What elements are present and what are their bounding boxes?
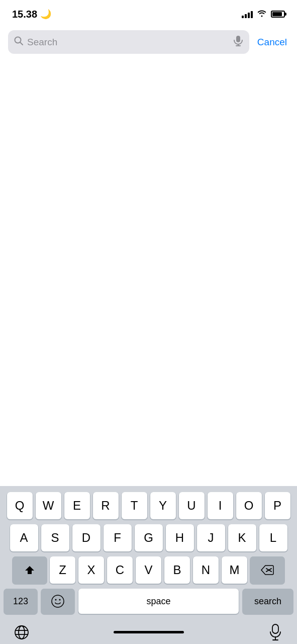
key-d[interactable]: D [72, 524, 101, 551]
key-space[interactable]: space [78, 589, 239, 614]
cancel-button[interactable]: Cancel [255, 37, 289, 48]
key-g[interactable]: G [135, 524, 163, 551]
key-y[interactable]: Y [150, 492, 176, 519]
key-c[interactable]: C [107, 556, 133, 584]
svg-point-10 [15, 626, 28, 639]
content-area [0, 58, 297, 427]
key-m[interactable]: M [222, 556, 247, 584]
key-h[interactable]: H [166, 524, 194, 551]
moon-icon: 🌙 [40, 9, 51, 20]
keyboard-row-2: A S D F G H J K L [2, 524, 295, 551]
key-u[interactable]: U [179, 492, 205, 519]
key-b[interactable]: B [164, 556, 190, 584]
key-n[interactable]: N [193, 556, 219, 584]
key-z[interactable]: Z [50, 556, 75, 584]
mic-icon-search[interactable] [233, 35, 243, 49]
home-indicator [114, 631, 184, 633]
key-w[interactable]: W [36, 492, 61, 519]
key-v[interactable]: V [136, 556, 161, 584]
search-input-wrapper[interactable] [8, 30, 249, 54]
keyboard-mic-icon[interactable] [264, 621, 287, 644]
key-emoji[interactable] [41, 589, 74, 614]
key-numbers[interactable]: 123 [4, 589, 37, 614]
svg-point-9 [59, 599, 61, 601]
time-display: 15.38 [12, 9, 37, 20]
keyboard-row-1: Q W E R T Y U I O P [2, 492, 295, 519]
key-i[interactable]: I [208, 492, 233, 519]
svg-point-8 [55, 599, 57, 601]
keyboard-row-3: Z X C V B N M [2, 556, 295, 584]
svg-rect-2 [236, 36, 240, 42]
key-o[interactable]: O [236, 492, 262, 519]
svg-point-7 [52, 595, 64, 607]
battery-icon [271, 11, 285, 18]
search-bar-container: Cancel [0, 26, 297, 58]
key-search-action[interactable]: search [243, 589, 293, 614]
status-bar: 15.38 🌙 [0, 0, 297, 26]
search-glass-icon [14, 36, 23, 48]
svg-point-11 [19, 626, 25, 639]
svg-rect-14 [272, 624, 278, 633]
svg-line-1 [20, 42, 23, 45]
key-l[interactable]: L [259, 524, 287, 551]
key-k[interactable]: K [228, 524, 256, 551]
keyboard[interactable]: Q W E R T Y U I O P A S D F G H J K L Z … [0, 486, 297, 644]
wifi-icon [257, 9, 267, 19]
key-shift[interactable] [13, 556, 47, 584]
key-s[interactable]: S [41, 524, 69, 551]
key-q[interactable]: Q [7, 492, 33, 519]
key-r[interactable]: R [93, 492, 119, 519]
key-t[interactable]: T [122, 492, 147, 519]
key-a[interactable]: A [10, 524, 38, 551]
key-e[interactable]: E [64, 492, 90, 519]
search-input[interactable] [27, 37, 229, 48]
keyboard-row-4: 123 space search [2, 589, 295, 614]
key-x[interactable]: X [78, 556, 104, 584]
key-f[interactable]: F [104, 524, 132, 551]
signal-icon [242, 10, 253, 18]
key-p[interactable]: P [265, 492, 290, 519]
key-j[interactable]: J [197, 524, 225, 551]
key-backspace[interactable] [250, 556, 284, 584]
status-icons [242, 9, 285, 19]
globe-icon[interactable] [10, 621, 33, 644]
status-time: 15.38 🌙 [12, 9, 51, 20]
keyboard-bottom-bar [2, 619, 295, 644]
